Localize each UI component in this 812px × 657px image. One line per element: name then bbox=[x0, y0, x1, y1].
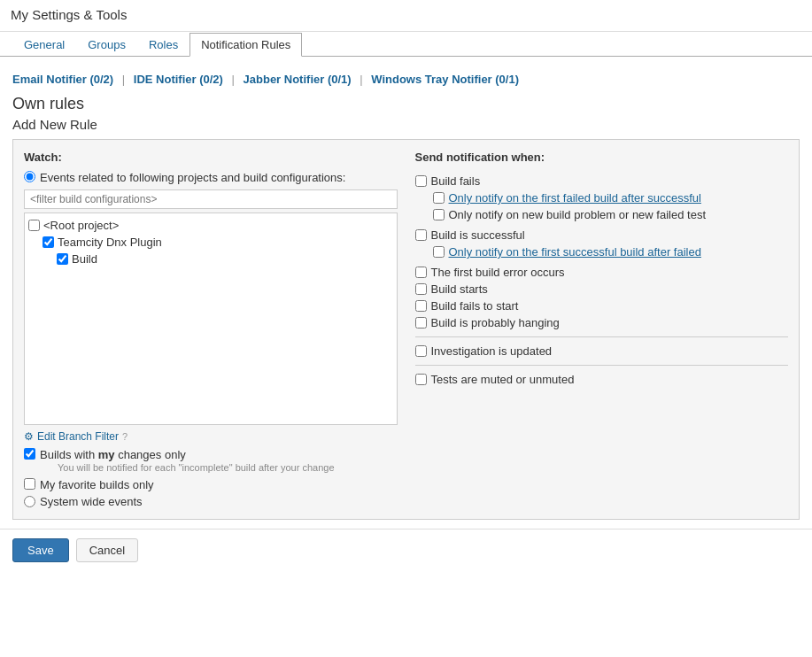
build-config-tree[interactable]: <Root project> Teamcity Dnx Plugin Build bbox=[24, 213, 398, 425]
system-wide-radio[interactable] bbox=[24, 496, 35, 507]
investigation-item: Investigation is updated bbox=[415, 343, 789, 359]
builds-my-changes-label[interactable]: Builds with my changes only bbox=[40, 448, 186, 461]
tree-dnx-plugin: Teamcity Dnx Plugin bbox=[28, 234, 393, 251]
build-fails-checkbox[interactable] bbox=[415, 175, 427, 187]
new-problem-item: Only notify on new build problem or new … bbox=[415, 206, 789, 223]
my-emphasis: my bbox=[98, 448, 115, 461]
first-success-label[interactable]: Only notify on the first successful buil… bbox=[449, 245, 701, 259]
edit-branch-link[interactable]: Edit Branch Filter bbox=[37, 430, 119, 443]
sep1: | bbox=[122, 73, 125, 86]
investigation-checkbox[interactable] bbox=[415, 345, 427, 357]
email-notifier-link[interactable]: Email Notifier (0/2) bbox=[12, 73, 113, 86]
watch-title: Watch: bbox=[24, 151, 398, 164]
branch-icon: ⚙ bbox=[24, 430, 34, 443]
first-failed-label[interactable]: Only notify on the first failed build af… bbox=[449, 191, 701, 205]
sep2: | bbox=[232, 73, 235, 86]
builds-label-prefix: Builds with bbox=[40, 448, 98, 461]
build-success-label[interactable]: Build is successful bbox=[431, 228, 525, 242]
tree-dnx-plugin-checkbox[interactable] bbox=[43, 236, 54, 248]
button-bar: Save Cancel bbox=[0, 529, 812, 571]
fails-to-start-checkbox[interactable] bbox=[415, 300, 427, 312]
investigation-label[interactable]: Investigation is updated bbox=[431, 344, 553, 358]
tab-general[interactable]: General bbox=[12, 33, 76, 57]
build-success-checkbox[interactable] bbox=[415, 229, 427, 241]
watch-radio-option: Events related to following projects and… bbox=[24, 171, 398, 184]
page-title: My Settings & Tools bbox=[11, 7, 801, 22]
notification-panel: Send notification when: Build fails Only… bbox=[415, 151, 789, 508]
first-error-checkbox[interactable] bbox=[415, 267, 427, 278]
own-rules-title: Own rules bbox=[12, 95, 800, 113]
build-successful-group: Build is successful Only notify on the f… bbox=[415, 227, 789, 260]
system-wide-option: System wide events bbox=[24, 495, 398, 508]
first-failed-item: Only notify on the first failed build af… bbox=[415, 189, 789, 206]
separator-1 bbox=[415, 336, 789, 337]
probably-hanging-label[interactable]: Build is probably hanging bbox=[431, 316, 560, 329]
my-favorite-checkbox[interactable] bbox=[24, 478, 35, 490]
add-new-rule-title: Add New Rule bbox=[12, 117, 800, 132]
tree-root-project: <Root project> bbox=[28, 217, 393, 234]
builds-my-changes-wrapper: Builds with my changes only You will be … bbox=[40, 448, 335, 473]
builds-my-changes-checkbox[interactable] bbox=[24, 448, 35, 460]
build-fails-item: Build fails bbox=[415, 173, 789, 189]
jabber-notifier-link[interactable]: Jabber Notifier (0/1) bbox=[244, 73, 352, 86]
watch-projects-radio[interactable] bbox=[24, 171, 35, 182]
build-starts-label[interactable]: Build starts bbox=[431, 282, 488, 296]
builds-label-suffix: changes only bbox=[115, 448, 186, 461]
tree-dnx-plugin-label: Teamcity Dnx Plugin bbox=[58, 236, 162, 249]
build-successful-item: Build is successful bbox=[415, 227, 789, 243]
windows-tray-notifier-link[interactable]: Windows Tray Notifier (0/1) bbox=[371, 73, 519, 86]
header: My Settings & Tools General Groups Roles… bbox=[0, 0, 812, 57]
tree-build-label: Build bbox=[72, 252, 97, 266]
tree-root-checkbox[interactable] bbox=[28, 220, 40, 231]
my-changes-hint: You will be notified for each "incomplet… bbox=[58, 462, 335, 473]
first-failed-checkbox[interactable] bbox=[433, 192, 445, 204]
notifier-links-bar: Email Notifier (0/2) | IDE Notifier (0/2… bbox=[12, 73, 800, 86]
main-content: Email Notifier (0/2) | IDE Notifier (0/2… bbox=[0, 57, 812, 529]
my-favorite-label[interactable]: My favorite builds only bbox=[40, 478, 154, 491]
build-starts-checkbox[interactable] bbox=[415, 283, 427, 295]
new-problem-label[interactable]: Only notify on new build problem or new … bbox=[449, 208, 707, 221]
first-error-label[interactable]: The first build error occurs bbox=[431, 266, 565, 279]
tests-muted-label[interactable]: Tests are muted or unmuted bbox=[431, 373, 575, 386]
my-favorite-option: My favorite builds only bbox=[24, 478, 398, 491]
build-fails-group: Build fails Only notify on the first fai… bbox=[415, 173, 789, 223]
first-success-checkbox[interactable] bbox=[433, 246, 445, 258]
watch-panel: Watch: Events related to following proje… bbox=[24, 151, 398, 508]
fails-to-start-label[interactable]: Build fails to start bbox=[431, 299, 519, 313]
first-successful-item: Only notify on the first successful buil… bbox=[415, 243, 789, 260]
tab-notification-rules[interactable]: Notification Rules bbox=[189, 33, 302, 57]
tree-root-label: <Root project> bbox=[43, 219, 119, 232]
help-icon[interactable]: ? bbox=[122, 431, 128, 442]
tab-roles[interactable]: Roles bbox=[137, 33, 189, 57]
first-error-item: The first build error occurs bbox=[415, 264, 789, 281]
cancel-button[interactable]: Cancel bbox=[76, 538, 138, 562]
sep3: | bbox=[360, 73, 362, 86]
filter-build-input[interactable] bbox=[24, 189, 398, 209]
builds-my-changes-option: Builds with my changes only You will be … bbox=[24, 448, 398, 473]
build-fails-label[interactable]: Build fails bbox=[431, 174, 481, 188]
build-starts-item: Build starts bbox=[415, 281, 789, 298]
new-problem-checkbox[interactable] bbox=[433, 209, 445, 220]
save-button[interactable]: Save bbox=[12, 538, 69, 562]
tab-groups[interactable]: Groups bbox=[76, 33, 137, 57]
tests-muted-item: Tests are muted or unmuted bbox=[415, 371, 789, 388]
edit-branch-filter[interactable]: ⚙ Edit Branch Filter ? bbox=[24, 430, 398, 443]
tree-build-checkbox[interactable] bbox=[57, 253, 68, 265]
rule-form: Watch: Events related to following proje… bbox=[12, 139, 800, 520]
tests-muted-checkbox[interactable] bbox=[415, 374, 427, 385]
system-wide-label[interactable]: System wide events bbox=[40, 495, 143, 508]
watch-projects-label[interactable]: Events related to following projects and… bbox=[40, 171, 345, 184]
probably-hanging-checkbox[interactable] bbox=[415, 317, 427, 328]
separator-2 bbox=[415, 365, 789, 366]
tree-build: Build bbox=[28, 251, 393, 267]
send-when-title: Send notification when: bbox=[415, 151, 789, 164]
tab-bar: General Groups Roles Notification Rules bbox=[0, 32, 812, 57]
probably-hanging-item: Build is probably hanging bbox=[415, 314, 789, 331]
ide-notifier-link[interactable]: IDE Notifier (0/2) bbox=[134, 73, 223, 86]
fails-to-start-item: Build fails to start bbox=[415, 298, 789, 314]
